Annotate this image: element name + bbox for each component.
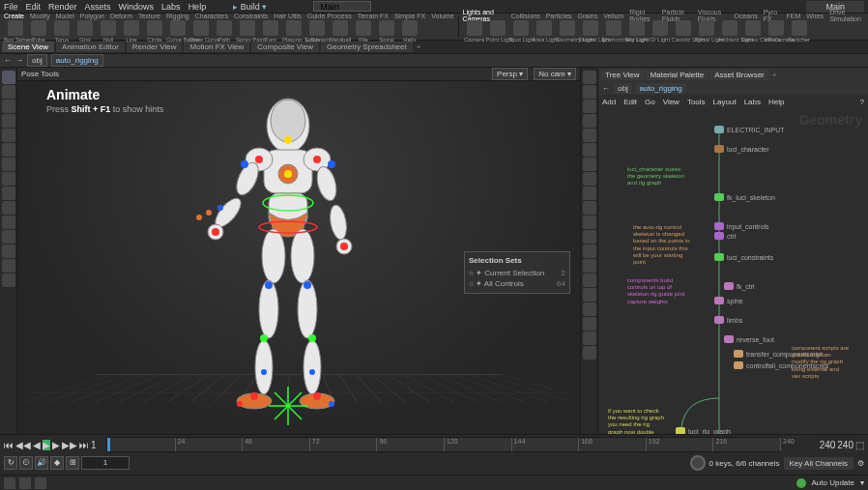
sticky-note[interactable]: if you want to check the resulting rig g… [608, 408, 666, 434]
shelf-tab[interactable]: Characters [195, 13, 228, 19]
np-path-node[interactable]: auto_rigging [636, 83, 686, 94]
realtime-button[interactable]: ⏲ [19, 456, 33, 470]
tool-stereo-cam[interactable]: Stereo Camera [741, 20, 765, 43]
frame-end[interactable]: 240 [820, 440, 836, 450]
np-menu-view[interactable]: View [663, 98, 680, 106]
disp-opt[interactable] [583, 303, 596, 316]
shelf-tab[interactable]: Grains [578, 13, 598, 19]
shelf-tab[interactable]: Hair Utils [274, 13, 301, 19]
scope-button[interactable]: ⊞ [66, 456, 79, 470]
disp-opt[interactable] [583, 129, 596, 142]
add-tab-icon[interactable]: + [417, 43, 421, 51]
tab-anim-editor[interactable]: Animation Editor [56, 42, 125, 52]
tool-file[interactable]: File [352, 20, 375, 43]
tool-area-light[interactable]: Area Light [533, 20, 556, 43]
shelf-tab[interactable]: Terrain FX [358, 13, 389, 19]
disp-opt[interactable] [583, 331, 596, 345]
tool-extra1[interactable] [2, 230, 15, 244]
back-icon[interactable]: ← [602, 84, 610, 93]
disp-opt[interactable] [583, 201, 596, 215]
playhead[interactable] [107, 438, 110, 451]
menu-assets[interactable]: Assets [85, 2, 111, 12]
selection-sets-panel[interactable]: Selection Sets ○ ✦ Current Selection2 ○ … [464, 251, 570, 294]
tool-tube[interactable]: Tube [27, 20, 50, 43]
path-obj[interactable]: obj [27, 54, 47, 67]
disp-opt[interactable] [583, 71, 596, 84]
shelf-tab[interactable]: Polygon [80, 13, 104, 19]
play-button[interactable]: ▶ [43, 440, 50, 450]
tool-caustic-light[interactable]: Caustic Light [672, 20, 695, 43]
rotate-tool[interactable] [2, 100, 15, 113]
shelf-tab[interactable]: Oceans [735, 13, 758, 19]
status-icon[interactable] [35, 477, 46, 489]
shelf-tab[interactable]: Vellum [603, 13, 623, 19]
tool-path[interactable]: Path [213, 20, 236, 43]
network-node[interactable]: fk_ctrl [724, 282, 755, 290]
network-node[interactable]: luci_constraints [714, 253, 773, 261]
tool-point-light[interactable]: Point Light [486, 20, 509, 43]
network-canvas[interactable]: Geometry ELECTRIC_INPUTluci_characterfk_… [598, 108, 868, 434]
tool-helix[interactable]: Helix [398, 20, 421, 43]
shelf-tab[interactable]: Wires [806, 13, 824, 19]
camera-dropdown[interactable]: No cam ▾ [534, 68, 576, 80]
shelf-tab[interactable]: FEM [786, 13, 800, 19]
np-tab-tree[interactable]: Tree View [600, 70, 645, 80]
disp-opt[interactable] [583, 172, 596, 186]
disp-opt[interactable] [583, 100, 596, 113]
np-menu-layout[interactable]: Layout [713, 98, 737, 106]
disp-opt[interactable] [583, 85, 596, 99]
network-node[interactable]: spine [714, 297, 743, 304]
build-dropdown[interactable]: ▸ Build ▾ [233, 2, 267, 12]
viewport[interactable]: Pose Tools Persp ▾ No cam ▾ Animate Pres… [17, 68, 580, 434]
np-menu-tools[interactable]: Tools [687, 98, 706, 106]
settings-icon[interactable]: ⚙ [857, 459, 864, 468]
disp-opt[interactable] [583, 230, 596, 244]
disp-opt[interactable] [583, 216, 596, 229]
shelf-tab[interactable]: Particles [546, 13, 572, 19]
np-menu-go[interactable]: Go [645, 98, 655, 106]
tool-gi-light[interactable]: GI Light [649, 20, 672, 43]
network-node[interactable]: fk_luci_skeleton [714, 193, 775, 201]
tool-switcher[interactable]: Switcher [788, 20, 811, 43]
disp-opt[interactable] [583, 245, 596, 258]
tool-draw-curve[interactable]: Draw Curve [189, 20, 213, 43]
tool-vr-cam[interactable]: VR Camera [765, 20, 788, 43]
frame-start[interactable]: 1 [91, 440, 97, 450]
tool-portal-light[interactable]: Portal Light [695, 20, 718, 43]
lasso-tool[interactable] [2, 201, 15, 215]
add-tab-icon[interactable]: + [772, 71, 777, 79]
tool-circle[interactable]: Circle [143, 20, 166, 43]
shelf-tab[interactable]: Guide Process [307, 13, 352, 19]
network-node[interactable]: luci_rig_graph [676, 427, 731, 434]
disp-opt[interactable] [583, 259, 596, 273]
selset-row[interactable]: ○ ✦ Current Selection2 [469, 268, 565, 278]
tool-metaball[interactable]: Metaball [329, 20, 352, 43]
menu-windows[interactable]: Windows [119, 2, 155, 12]
next-frame-button[interactable]: ▶ [52, 440, 60, 450]
tool-extra4[interactable] [2, 274, 15, 287]
network-node[interactable]: ctrl [714, 232, 736, 240]
disp-opt[interactable] [583, 114, 596, 128]
disp-opt[interactable] [583, 346, 596, 360]
tool-sky-light[interactable]: Sky Light [625, 20, 649, 43]
tool-grid[interactable]: Grid [73, 20, 97, 43]
menu-help[interactable]: Help [188, 2, 207, 12]
key-all-button[interactable]: Key All Channels [784, 457, 854, 470]
network-node[interactable]: input_controls [714, 222, 769, 230]
tool-camera[interactable]: Camera [463, 20, 486, 43]
tab-scene-view[interactable]: Scene View [2, 42, 54, 52]
brush-tool[interactable] [2, 216, 15, 229]
character-rig[interactable] [172, 87, 394, 434]
auto-update-label[interactable]: Auto Update [812, 478, 854, 487]
help-icon[interactable]: ? [860, 98, 864, 106]
status-icon[interactable] [19, 477, 31, 489]
select-tool[interactable] [2, 71, 15, 84]
chevron-down-icon[interactable]: ▾ [860, 478, 864, 487]
tab-motionfx[interactable]: Motion FX View [184, 42, 249, 52]
tab-geo-spread[interactable]: Geometry Spreadsheet [321, 42, 413, 52]
shelf-tab[interactable]: Constraints [234, 13, 268, 19]
sticky-note[interactable]: luci_character stores the geometry skele… [627, 166, 685, 187]
range-lock-icon[interactable]: ⬚ [855, 440, 864, 450]
tool-curve[interactable]: Curve Bezier [166, 20, 189, 43]
shelf-tab[interactable]: Texture [138, 13, 160, 19]
